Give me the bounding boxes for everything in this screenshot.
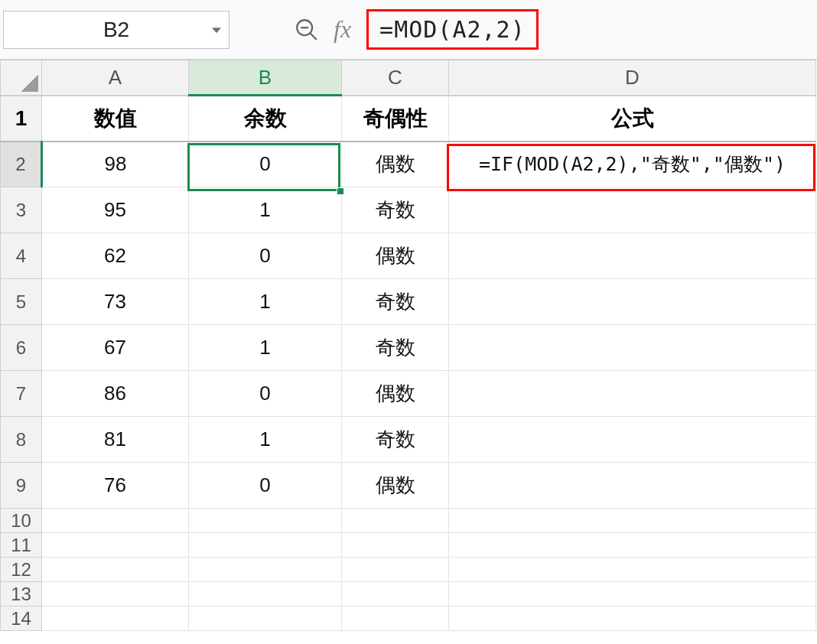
cell[interactable] bbox=[342, 509, 449, 533]
cell[interactable]: =IF(MOD(A2,2),"奇数","偶数") bbox=[449, 141, 816, 187]
cell[interactable] bbox=[449, 279, 816, 325]
spreadsheet-grid[interactable]: A B C D 1 数值 余数 奇偶性 公式 2 98 0 偶数 =IF(MOD… bbox=[0, 60, 817, 631]
row-header[interactable]: 6 bbox=[1, 325, 42, 371]
cell[interactable] bbox=[342, 607, 449, 631]
cell[interactable] bbox=[42, 582, 189, 607]
col-header-B[interactable]: B bbox=[189, 60, 342, 96]
name-box-value: B2 bbox=[103, 18, 129, 42]
row-header[interactable]: 12 bbox=[1, 558, 42, 582]
cell[interactable] bbox=[189, 607, 342, 631]
cell[interactable]: 76 bbox=[42, 463, 189, 509]
cell[interactable] bbox=[342, 582, 449, 607]
fx-label[interactable]: fx bbox=[334, 15, 351, 44]
cell[interactable]: 86 bbox=[42, 371, 189, 417]
cell[interactable]: 余数 bbox=[189, 96, 342, 141]
cell[interactable] bbox=[42, 558, 189, 582]
cell[interactable]: 1 bbox=[189, 279, 342, 325]
zoom-out-icon[interactable] bbox=[291, 14, 323, 46]
cell[interactable]: 1 bbox=[189, 325, 342, 371]
row-header[interactable]: 9 bbox=[1, 463, 42, 509]
cell[interactable] bbox=[449, 187, 816, 233]
cell[interactable]: 奇数 bbox=[342, 325, 449, 371]
cell[interactable]: 偶数 bbox=[342, 371, 449, 417]
cell[interactable]: 62 bbox=[42, 233, 189, 279]
cell[interactable] bbox=[342, 533, 449, 558]
svg-line-1 bbox=[310, 33, 317, 40]
name-box[interactable]: B2 bbox=[3, 11, 229, 49]
cell[interactable]: 偶数 bbox=[342, 463, 449, 509]
cell[interactable]: 0 bbox=[189, 233, 342, 279]
cell[interactable] bbox=[42, 509, 189, 533]
cell[interactable]: 奇数 bbox=[342, 187, 449, 233]
fill-handle[interactable] bbox=[337, 187, 344, 195]
cell[interactable] bbox=[449, 325, 816, 371]
cell[interactable] bbox=[449, 233, 816, 279]
row-header[interactable]: 2 bbox=[1, 141, 42, 187]
row-header[interactable]: 8 bbox=[1, 417, 42, 463]
cell[interactable]: 1 bbox=[189, 187, 342, 233]
cell[interactable]: 奇数 bbox=[342, 417, 449, 463]
cell[interactable] bbox=[449, 558, 816, 582]
cell[interactable] bbox=[189, 582, 342, 607]
cell[interactable]: 98 bbox=[42, 141, 189, 187]
row-header[interactable]: 10 bbox=[1, 509, 42, 533]
row-header[interactable]: 13 bbox=[1, 582, 42, 607]
row-header[interactable]: 11 bbox=[1, 533, 42, 558]
cell[interactable]: 公式 bbox=[449, 96, 816, 141]
cell[interactable]: 偶数 bbox=[342, 141, 449, 187]
cell[interactable]: 偶数 bbox=[342, 233, 449, 279]
row-header[interactable]: 1 bbox=[1, 96, 42, 141]
formula-input[interactable]: =MOD(A2,2) bbox=[366, 9, 539, 50]
select-all-corner[interactable] bbox=[1, 60, 42, 96]
cell[interactable]: 0 bbox=[189, 371, 342, 417]
cell[interactable]: 奇数 bbox=[342, 279, 449, 325]
row-header[interactable]: 7 bbox=[1, 371, 42, 417]
col-header-A[interactable]: A bbox=[42, 60, 189, 96]
cell[interactable] bbox=[42, 533, 189, 558]
cell[interactable] bbox=[449, 509, 816, 533]
cell[interactable]: 95 bbox=[42, 187, 189, 233]
chevron-down-icon[interactable] bbox=[212, 28, 221, 33]
cell[interactable]: 0 bbox=[189, 463, 342, 509]
cell[interactable]: 81 bbox=[42, 417, 189, 463]
cell[interactable] bbox=[449, 607, 816, 631]
cell[interactable] bbox=[342, 558, 449, 582]
row-header[interactable]: 5 bbox=[1, 279, 42, 325]
row-header[interactable]: 3 bbox=[1, 187, 42, 233]
row-header[interactable]: 4 bbox=[1, 233, 42, 279]
cell[interactable] bbox=[189, 558, 342, 582]
cell[interactable]: 1 bbox=[189, 417, 342, 463]
cell[interactable] bbox=[449, 417, 816, 463]
formula-bar: B2 fx =MOD(A2,2) bbox=[0, 0, 817, 60]
cell[interactable] bbox=[449, 582, 816, 607]
cell[interactable] bbox=[189, 533, 342, 558]
cell[interactable]: 67 bbox=[42, 325, 189, 371]
cell[interactable] bbox=[449, 463, 816, 509]
cell[interactable] bbox=[449, 533, 816, 558]
cell[interactable]: 数值 bbox=[42, 96, 189, 141]
cell-active[interactable]: 0 bbox=[189, 141, 342, 187]
col-header-C[interactable]: C bbox=[342, 60, 449, 96]
row-header[interactable]: 14 bbox=[1, 607, 42, 631]
col-header-D[interactable]: D bbox=[449, 60, 816, 96]
cell[interactable]: 73 bbox=[42, 279, 189, 325]
cell[interactable] bbox=[189, 509, 342, 533]
cell[interactable]: 奇偶性 bbox=[342, 96, 449, 141]
cell[interactable] bbox=[449, 371, 816, 417]
cell[interactable] bbox=[42, 607, 189, 631]
